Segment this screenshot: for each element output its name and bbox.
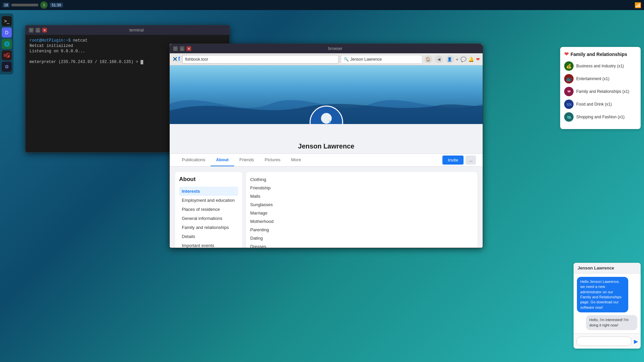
right-panel-heart-icon: ❤ <box>564 51 569 57</box>
browser-url-text: fishbook.toor <box>185 57 208 62</box>
search-magnifier-icon: 🔍 <box>344 57 349 62</box>
browser-titlebar: ▽ △ ✕ browser <box>170 44 483 53</box>
chat-input[interactable] <box>576 337 632 346</box>
kali-icon[interactable]: ⚙ <box>2 62 12 72</box>
heart-nav-icon[interactable]: ❤ <box>476 57 480 62</box>
sidebar-item-details[interactable]: Details <box>179 232 238 241</box>
more-options-button[interactable]: ... <box>466 156 476 165</box>
chat-send-button[interactable]: ▶ <box>634 338 638 345</box>
profile-info-area: Jenson Lawrence Publications About Frien… <box>170 124 483 167</box>
sidebar-item-general[interactable]: General informations <box>179 214 238 223</box>
terminal-prompt-1: root@HotPlugin:~$ <box>30 38 70 43</box>
taskbar-left: 18 S 51:39 <box>3 1 63 9</box>
desktop-icon-bar: >_ D 🌐 S🂫 ⚙ <box>0 13 13 74</box>
terminal-maximize-btn[interactable]: △ <box>36 28 40 33</box>
taskbar-app-icon[interactable]: S <box>40 1 48 9</box>
about-content: About Interests Employment and education… <box>170 167 483 248</box>
about-sidebar-title: About <box>179 176 238 183</box>
browser-toolbar: ✕ f fishbook.toor 🔍 🏠 ◀ 👤 + 💬 🔔 ❤ <box>170 53 483 65</box>
profile-avatar-container <box>310 106 343 124</box>
discord-icon[interactable]: D <box>2 27 12 38</box>
terminal-minimize-btn[interactable]: ▽ <box>29 28 34 33</box>
taskbar-number: 18 <box>3 3 9 7</box>
tab-more[interactable]: More <box>286 154 307 166</box>
sidebar-item-events[interactable]: Important events <box>179 241 238 248</box>
chat-panel: Jenson Lawrence Hello Jenson Lawrence, w… <box>574 263 641 349</box>
right-panel-title-text: Family and Relationships <box>571 52 627 57</box>
shopping-icon: 🛍 <box>564 112 574 122</box>
entertainment-label: Entertainment (x1) <box>576 76 609 81</box>
terminal-icon[interactable]: >_ <box>2 16 12 26</box>
browser-title: browser <box>191 46 479 51</box>
interest-marriage: Marriage <box>250 209 473 217</box>
taskbar-bar-fill <box>11 4 38 6</box>
right-panel-title: ❤ Family and Relationships <box>564 51 637 57</box>
profile-cover <box>170 65 483 124</box>
add-tab-icon[interactable]: + <box>456 57 459 62</box>
tab-publications[interactable]: Publications <box>176 154 211 166</box>
interest-dating: Dating <box>250 235 473 242</box>
browser-logo-f: f <box>178 56 180 63</box>
terminal-close-btn[interactable]: ✕ <box>42 28 47 33</box>
taskbar-bar <box>11 4 38 6</box>
profile-tabs: Publications About Friends Pictures More… <box>170 154 483 166</box>
interest-malls: Malls <box>250 193 473 200</box>
search-input[interactable] <box>350 57 419 62</box>
browser-url-bar[interactable]: fishbook.toor <box>182 55 339 64</box>
interests-list: Clothing Friendship Malls Sunglasses Mar… <box>250 176 473 248</box>
terminal-titlebar: ▽ △ ✕ terminal <box>25 25 229 35</box>
interest-row-business: 💰 Business and Industry (x1) <box>564 61 637 71</box>
tab-friends[interactable]: Friends <box>234 154 259 166</box>
tab-pictures[interactable]: Pictures <box>259 154 286 166</box>
terminal-line-1: root@HotPlugin:~$ netcat <box>30 38 225 43</box>
home-icon[interactable]: 🏠 <box>424 55 432 63</box>
metasploit-icon[interactable]: S🂫 <box>2 50 12 60</box>
browser-window: ▽ △ ✕ browser ✕ f fishbook.toor 🔍 🏠 ◀ 👤 … <box>169 44 483 248</box>
interest-row-family: ❤ Family and Relationships (x1) <box>564 87 637 96</box>
family-label: Family and Relationships (x1) <box>576 89 629 94</box>
sidebar-item-interests[interactable]: Interests <box>179 187 238 196</box>
food-label: Food and Drink (x1) <box>576 102 612 107</box>
notification-icon[interactable]: 🔔 <box>468 57 474 62</box>
profile-name: Jenson Lawrence <box>170 142 483 150</box>
chat-header: Jenson Lawrence <box>574 263 641 274</box>
taskbar-time: 51:39 <box>50 3 63 7</box>
taskbar-right: 📶 <box>635 2 641 8</box>
profile-tab-actions: Invite ... <box>442 156 476 165</box>
about-main: Clothing Friendship Malls Sunglasses Mar… <box>246 172 477 248</box>
browser-nav-icons: 🏠 ◀ 👤 <box>424 55 454 63</box>
terminal-cursor <box>141 60 143 64</box>
browser-logo-x: ✕ <box>172 56 177 63</box>
business-icon: 💰 <box>564 61 574 71</box>
back-icon[interactable]: ◀ <box>435 55 443 63</box>
interest-row-food: 🍽 Food and Drink (x1) <box>564 100 637 109</box>
browser-close-btn[interactable]: ✕ <box>186 46 191 51</box>
chat-message-me: Hello, i'm interested! I'm doing it righ… <box>586 315 637 330</box>
browser-logo: ✕ f <box>172 56 180 63</box>
family-icon: ❤ <box>564 87 574 96</box>
terminal-window-controls: ▽ △ ✕ <box>29 28 47 33</box>
globe-icon[interactable]: 🌐 <box>2 39 12 49</box>
browser-minimize-btn[interactable]: ▽ <box>173 46 178 51</box>
browser-maximize-btn[interactable]: △ <box>180 46 184 51</box>
interest-row-entertainment: 📺 Entertainment (x1) <box>564 74 637 83</box>
interest-row-shopping: 🛍 Shopping and Fashion (x1) <box>564 112 637 122</box>
chat-icon[interactable]: 💬 <box>461 57 466 62</box>
terminal-title: terminal <box>47 28 226 33</box>
shopping-label: Shopping and Fashion (x1) <box>576 115 625 119</box>
sidebar-item-places[interactable]: Places of residence <box>179 205 238 214</box>
sidebar-item-family[interactable]: Family and relationships <box>179 223 238 232</box>
wifi-icon: 📶 <box>635 2 641 8</box>
profile-icon[interactable]: 👤 <box>446 55 454 63</box>
about-sidebar: About Interests Employment and education… <box>175 172 242 248</box>
browser-search-box[interactable]: 🔍 <box>341 55 422 64</box>
chat-message-them: Hello Jenson Lawrence, we need a new adm… <box>577 277 628 312</box>
interest-clothing: Clothing <box>250 176 473 183</box>
food-icon: 🍽 <box>564 100 574 109</box>
invite-button[interactable]: Invite <box>442 156 464 165</box>
tab-about[interactable]: About <box>211 154 234 166</box>
browser-window-controls: ▽ △ ✕ <box>173 46 191 51</box>
sidebar-item-employment[interactable]: Employment and education <box>179 196 238 205</box>
profile-avatar <box>310 106 343 124</box>
business-label: Business and Industry (x1) <box>576 64 624 68</box>
